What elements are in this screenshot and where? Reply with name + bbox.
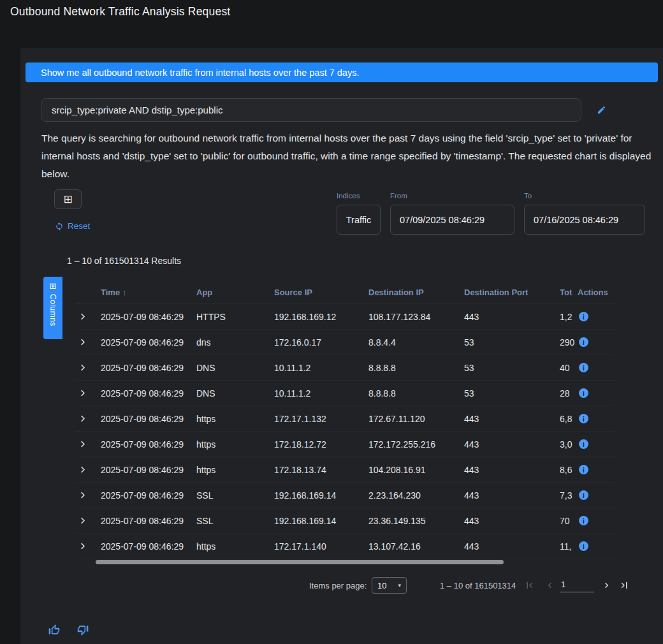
cell-source-ip: 10.11.1.2 xyxy=(274,388,368,399)
info-button[interactable]: i xyxy=(579,439,588,449)
previous-page-button[interactable] xyxy=(543,578,557,592)
cell-app: https xyxy=(196,541,274,552)
info-icon: i xyxy=(583,543,585,550)
info-button[interactable]: i xyxy=(579,490,588,500)
expand-row-button[interactable] xyxy=(76,464,88,476)
row-expander-cell xyxy=(76,490,101,501)
expand-row-button[interactable] xyxy=(76,490,88,501)
cell-total: 11, xyxy=(560,541,576,552)
row-expander-cell xyxy=(76,541,101,552)
next-page-button[interactable] xyxy=(599,578,613,592)
thumbs-up-icon xyxy=(48,624,61,636)
cell-total: 3,0 xyxy=(560,439,576,450)
reset-button[interactable]: Reset xyxy=(55,221,90,231)
thumbs-up-button[interactable] xyxy=(48,624,62,638)
info-icon: i xyxy=(583,364,585,372)
to-date-input[interactable] xyxy=(524,205,645,235)
horizontal-scrollbar[interactable] xyxy=(96,560,504,564)
query-input[interactable] xyxy=(41,98,581,122)
thumbs-down-button[interactable] xyxy=(76,624,91,638)
cell-total: 290 xyxy=(560,337,576,348)
info-button[interactable]: i xyxy=(579,516,588,525)
table-row: 2025-07-09 08:46:29 https 172.17.1.140 1… xyxy=(76,534,615,559)
cell-actions: i xyxy=(576,439,615,449)
column-header-time-label: Time xyxy=(101,288,120,297)
expand-row-button[interactable] xyxy=(76,311,88,323)
cell-actions: i xyxy=(576,337,615,347)
expand-row-button[interactable] xyxy=(76,439,88,450)
cell-app: dns xyxy=(196,337,274,348)
info-button[interactable]: i xyxy=(579,465,588,474)
columns-grid-icon: ⊞ xyxy=(50,282,57,290)
expand-row-button[interactable] xyxy=(76,413,88,425)
cell-source-ip: 172.18.12.72 xyxy=(274,439,368,450)
cell-total: 8,6 xyxy=(560,465,576,475)
cell-total: 1,2 xyxy=(560,312,576,322)
results-table: Time↑ App Source IP Destination IP Desti… xyxy=(76,281,615,559)
cell-time: 2025-07-09 08:46:29 xyxy=(101,388,196,399)
cell-time: 2025-07-09 08:46:29 xyxy=(101,414,196,424)
chevron-right-icon xyxy=(78,490,87,500)
page: Outbound Network Traffic Analysis Reques… xyxy=(0,0,663,644)
expand-row-button[interactable] xyxy=(76,362,88,374)
pencil-icon xyxy=(597,105,606,115)
cell-destination-ip: 13.107.42.16 xyxy=(368,541,464,552)
info-icon: i xyxy=(583,492,585,499)
table-row: 2025-07-09 08:46:29 DNS 10.11.1.2 8.8.8.… xyxy=(76,381,615,406)
edit-query-button[interactable] xyxy=(593,101,609,118)
reset-label: Reset xyxy=(68,221,90,231)
to-label: To xyxy=(524,192,532,200)
expand-row-button[interactable] xyxy=(76,515,88,527)
columns-button[interactable]: ⊞ Columns xyxy=(43,277,62,339)
column-header-source-ip[interactable]: Source IP xyxy=(274,288,368,297)
cell-destination-port: 443 xyxy=(464,516,560,526)
table-row: 2025-07-09 08:46:29 DNS 10.11.1.2 8.8.8.… xyxy=(76,355,615,381)
table-view-button[interactable]: ⊞ xyxy=(54,189,82,209)
chevron-right-icon xyxy=(78,541,87,551)
column-header-time[interactable]: Time↑ xyxy=(101,288,196,297)
table-row: 2025-07-09 08:46:29 SSL 192.168.169.14 2… xyxy=(76,508,615,534)
cell-destination-port: 443 xyxy=(464,439,560,450)
chevron-right-icon xyxy=(78,516,87,525)
expand-row-button[interactable] xyxy=(76,541,88,552)
cell-actions: i xyxy=(576,516,615,525)
table-row: 2025-07-09 08:46:29 https 172.17.1.132 1… xyxy=(76,406,615,432)
info-icon: i xyxy=(583,313,585,321)
chevron-right-icon xyxy=(78,337,87,347)
column-header-destination-port[interactable]: Destination Port xyxy=(464,288,560,297)
cell-destination-port: 53 xyxy=(464,363,560,373)
table-row: 2025-07-09 08:46:29 SSL 192.168.169.14 2… xyxy=(76,483,615,508)
column-header-total[interactable]: Tot xyxy=(560,288,576,297)
info-button[interactable]: i xyxy=(579,541,588,551)
items-per-page-select[interactable]: 10 ▾ xyxy=(372,577,407,594)
thumbs-down-icon xyxy=(76,624,89,636)
chevron-left-icon xyxy=(544,580,556,591)
cell-destination-ip: 108.177.123.84 xyxy=(368,312,464,322)
from-date-input[interactable] xyxy=(390,205,514,235)
cell-destination-port: 443 xyxy=(464,465,560,475)
cell-destination-ip: 2.23.164.230 xyxy=(368,490,464,501)
expand-row-button[interactable] xyxy=(76,337,88,348)
info-button[interactable]: i xyxy=(579,388,588,398)
info-icon: i xyxy=(583,390,585,397)
items-per-page-label: Items per page: xyxy=(309,581,367,590)
items-per-page-value: 10 xyxy=(377,581,386,590)
cell-destination-port: 443 xyxy=(464,414,560,424)
column-header-destination-ip[interactable]: Destination IP xyxy=(368,288,464,297)
first-page-button[interactable] xyxy=(523,578,537,592)
cell-destination-port: 53 xyxy=(464,337,560,348)
row-expander-cell xyxy=(76,464,101,476)
page-number-input[interactable] xyxy=(560,577,594,592)
info-button[interactable]: i xyxy=(579,312,588,321)
expand-row-button[interactable] xyxy=(76,388,88,399)
last-page-button[interactable] xyxy=(617,578,631,592)
page-title: Outbound Network Traffic Analysis Reques… xyxy=(10,5,230,18)
column-header-app[interactable]: App xyxy=(196,288,274,297)
indices-selector[interactable]: Traffic xyxy=(337,205,381,235)
cell-destination-ip: 23.36.149.135 xyxy=(368,516,464,526)
info-button[interactable]: i xyxy=(579,363,588,372)
info-button[interactable]: i xyxy=(579,414,588,423)
first-page-icon xyxy=(524,580,536,591)
cell-destination-ip: 8.8.8.8 xyxy=(368,388,464,399)
info-button[interactable]: i xyxy=(579,337,588,347)
